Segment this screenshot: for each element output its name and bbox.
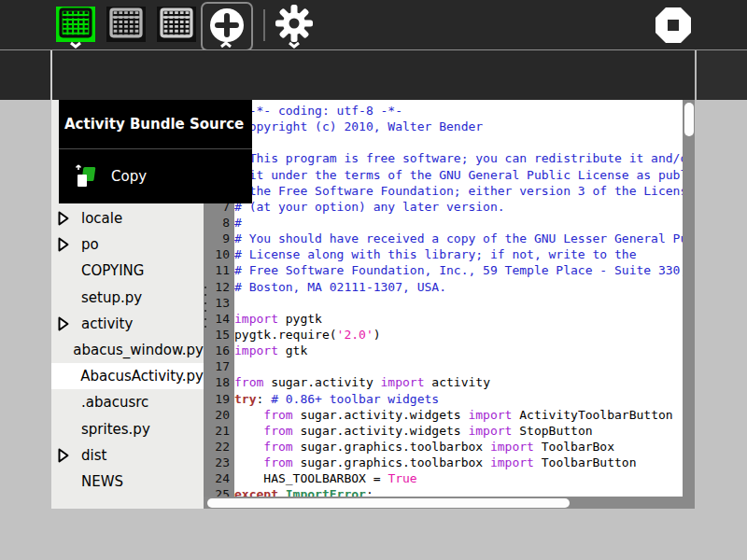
- expander-triangle-icon[interactable]: [58, 237, 81, 252]
- background-activity-toolbar: [697, 50, 747, 100]
- tree-item-po[interactable]: po: [51, 231, 204, 258]
- line-number: 21: [204, 423, 234, 439]
- tree-item-label: NEWS: [81, 473, 123, 490]
- horizontal-scrollbar[interactable]: [204, 497, 695, 509]
- line-number: 16: [204, 343, 234, 358]
- line-number: 9: [204, 231, 234, 246]
- code-line: from sugar.activity.widgets import StopB…: [234, 423, 683, 439]
- tree-item-activity[interactable]: activity: [51, 311, 204, 337]
- line-number: 15: [204, 327, 234, 343]
- line-number: 18: [204, 374, 234, 390]
- line-number: 11: [204, 262, 234, 278]
- code-line: from sugar.graphics.toolbarbox import To…: [234, 455, 683, 470]
- tree-item-label: activity: [81, 315, 133, 332]
- expander-triangle-icon[interactable]: [58, 316, 81, 331]
- code-line: # (at your option) any later version.: [234, 199, 683, 215]
- line-number: 25: [204, 486, 234, 497]
- line-number: 17: [204, 358, 234, 374]
- tree-item-label: po: [81, 236, 99, 253]
- code-line: # Boston, MA 02111-1307, USA.: [234, 279, 683, 295]
- line-number: 13: [204, 295, 234, 311]
- line-number: 24: [204, 470, 234, 486]
- code-line: #: [234, 215, 683, 231]
- code-line: # License along with this library; if no…: [234, 246, 683, 262]
- line-number: 22: [204, 439, 234, 455]
- tree-item-label: abacus_window.py: [73, 342, 204, 358]
- code-line: try: # 0.86+ toolbar widgets: [234, 391, 683, 407]
- code-line: import gtk: [234, 343, 683, 358]
- tree-item-label: dist: [81, 447, 106, 464]
- window-right-border: [695, 50, 697, 100]
- tree-item-label: COPYING: [81, 262, 144, 279]
- copy-label: Copy: [111, 168, 147, 185]
- code-line: # You should have received a copy of the…: [234, 231, 683, 246]
- copy-icon: [75, 163, 96, 189]
- line-number: 14: [204, 311, 234, 327]
- code-line: [234, 295, 683, 311]
- expander-triangle-icon[interactable]: [58, 448, 81, 463]
- gear-icon: [273, 4, 316, 45]
- tree-item-label: AbacusActivity.py: [80, 368, 204, 385]
- code-line: except ImportError:: [234, 486, 683, 497]
- bundle-source-palette: Activity Bundle Source Copy: [59, 100, 252, 203]
- line-number: 8: [204, 215, 234, 231]
- code-line: from sugar.activity.widgets import Activ…: [234, 407, 683, 423]
- palette-header: Activity Bundle Source: [59, 100, 252, 148]
- abacus-icon: [109, 7, 143, 42]
- tree-item-news[interactable]: NEWS: [51, 469, 204, 495]
- vertical-scrollbar[interactable]: [683, 100, 695, 497]
- toolbar-separator: [263, 9, 265, 41]
- code-line: [234, 134, 683, 150]
- code-line: [234, 358, 683, 374]
- vertical-scrollbar-thumb[interactable]: [684, 103, 694, 136]
- tree-item-label: .abacusrc: [81, 394, 148, 411]
- line-number: 10: [204, 246, 234, 262]
- code-line: # -*- coding: utf-8 -*-: [234, 103, 683, 119]
- code-line: # it under the terms of the GNU General …: [234, 167, 683, 183]
- horizontal-scrollbar-thumb[interactable]: [207, 498, 570, 508]
- tree-item-locale[interactable]: locale: [51, 205, 204, 231]
- pane-resize-handle[interactable]: [204, 287, 207, 328]
- copy-menu-item[interactable]: Copy: [59, 149, 252, 203]
- code-line: pygtk.require('2.0'): [234, 327, 683, 343]
- tree-item-dist[interactable]: dist: [51, 442, 204, 469]
- tree-item-sprites-py[interactable]: sprites.py: [51, 416, 204, 442]
- code-line: #Copyright (c) 2010, Walter Bender: [234, 119, 683, 134]
- stop-icon: [655, 7, 692, 44]
- code-line: HAS_TOOLBARBOX = True: [234, 470, 683, 486]
- chevron-down-icon: [288, 41, 301, 49]
- tree-item-copying[interactable]: COPYING: [51, 258, 204, 284]
- tree-item-abacusactivity-py[interactable]: AbacusActivity.py: [51, 363, 204, 389]
- line-number: 23: [204, 455, 234, 470]
- tree-item--abacusrc[interactable]: .abacusrc: [51, 389, 204, 415]
- tree-item-abacus-window-py[interactable]: abacus_window.py: [51, 337, 204, 363]
- code-line: import pygtk: [234, 311, 683, 327]
- chevron-down-icon: [69, 41, 82, 49]
- code-line: # the Free Software Foundation; either v…: [234, 183, 683, 199]
- line-number: 20: [204, 407, 234, 423]
- source-code-view[interactable]: # -*- coding: utf-8 -*-#Copyright (c) 20…: [234, 100, 683, 497]
- main-toolbar: [0, 0, 747, 50]
- abacus-variant1-button[interactable]: [106, 7, 146, 42]
- chevron-up-icon: [219, 41, 233, 49]
- code-line: from sugar.graphics.toolbarbox import To…: [234, 439, 683, 455]
- preferences-button[interactable]: [273, 4, 316, 45]
- tree-item-setup-py[interactable]: setup.py: [51, 285, 204, 311]
- window-left-border: [50, 50, 52, 100]
- expander-triangle-icon[interactable]: [58, 211, 81, 226]
- abacus-icon: [59, 7, 92, 42]
- abacus-variant2-button[interactable]: [157, 7, 196, 42]
- abacus-icon: [160, 7, 193, 42]
- tree-item-label: locale: [81, 210, 122, 227]
- view-source-titlebar: View source: 'Actividad Abaco': [0, 50, 695, 100]
- stop-button[interactable]: [655, 7, 692, 44]
- line-number: 19: [204, 391, 234, 407]
- line-number: 12: [204, 279, 234, 295]
- tree-item-label: sprites.py: [81, 421, 150, 438]
- tree-item-label: setup.py: [81, 289, 142, 306]
- file-tree: localepoCOPYINGsetup.pyactivityabacus_wi…: [51, 205, 204, 495]
- code-line: # Free Software Foundation, Inc., 59 Tem…: [234, 262, 683, 278]
- abacus-activity-icon[interactable]: [56, 7, 95, 42]
- code-line: from sugar.activity import activity: [234, 374, 683, 390]
- code-line: # This program is free software; you can…: [234, 150, 683, 166]
